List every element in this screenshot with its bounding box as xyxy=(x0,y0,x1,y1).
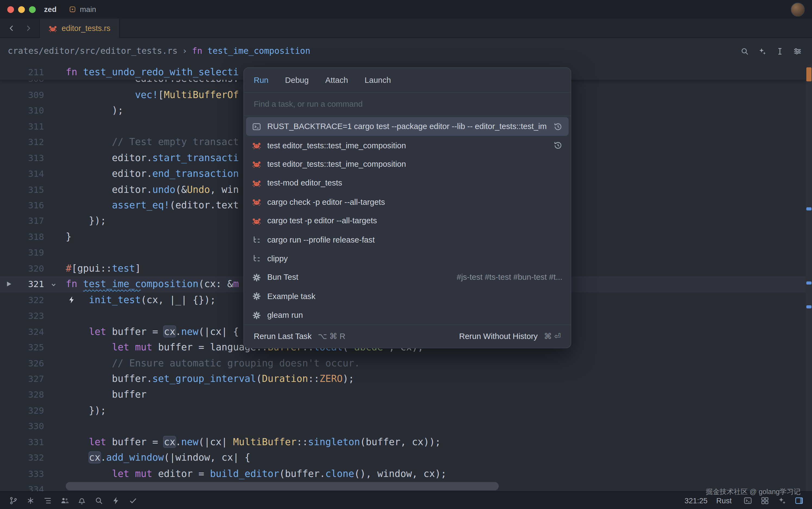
line-number[interactable]: 324 xyxy=(0,324,44,340)
line-number[interactable]: 317 xyxy=(0,213,44,229)
task-item[interactable]: test editor_tests::test_ime_composition xyxy=(246,136,568,155)
line-number[interactable]: 325 xyxy=(0,340,44,355)
gear-icon xyxy=(252,292,261,301)
line-number[interactable]: 211 xyxy=(0,64,44,80)
line-number[interactable]: 326 xyxy=(0,355,44,371)
editor-controls-button[interactable] xyxy=(790,44,804,58)
scrollbar-marker xyxy=(806,207,811,210)
modal-tab-attach[interactable]: Attach xyxy=(325,75,348,85)
task-item[interactable]: cargo check -p editor --all-targets xyxy=(246,193,568,211)
code-line-331[interactable]: 331 let buffer = cx.new(|cx| MultiBuffer… xyxy=(0,434,806,450)
lightning-button[interactable] xyxy=(109,494,123,507)
code-line-326[interactable]: 326 // Ensure automatic grouping doesn't… xyxy=(0,355,806,371)
rerun-without-history-button[interactable]: Rerun Without History⌘ ⏎ xyxy=(459,332,561,341)
rust-crab-icon xyxy=(48,24,57,33)
assistant-button[interactable] xyxy=(755,44,769,58)
minimize-window-button[interactable] xyxy=(18,6,25,13)
git-branch-button[interactable] xyxy=(6,494,21,507)
code-line-332[interactable]: 332 cx.add_window(|window, cx| { xyxy=(0,450,806,466)
rerun-last-task-button[interactable]: Rerun Last Task⌥ ⌘ R xyxy=(254,332,345,341)
code-text: }); xyxy=(66,403,106,418)
line-number[interactable]: 329 xyxy=(0,403,44,418)
task-search-input[interactable]: Find a task, or run a command xyxy=(244,93,571,116)
line-number[interactable]: 309 xyxy=(0,87,44,103)
branch-selector[interactable]: main xyxy=(65,3,101,15)
line-number[interactable]: 321 xyxy=(0,276,44,292)
tab-editor-tests[interactable]: editor_tests.rs xyxy=(39,19,120,38)
modal-tab-launch[interactable]: Launch xyxy=(365,75,391,85)
outline-button[interactable] xyxy=(40,494,54,507)
search-button[interactable] xyxy=(92,494,106,507)
modal-tab-bar: RunDebugAttachLaunch xyxy=(244,68,571,93)
language-selector[interactable]: Rust xyxy=(716,496,732,505)
code-line-327[interactable]: 327 buffer.set_group_interval(Duration::… xyxy=(0,371,806,387)
line-number[interactable]: 318 xyxy=(0,229,44,245)
inline-assist-button[interactable] xyxy=(773,44,787,58)
line-number[interactable]: 316 xyxy=(0,198,44,213)
horizontal-scrollbar[interactable] xyxy=(66,482,499,490)
crab-icon xyxy=(252,141,261,150)
line-number[interactable]: 323 xyxy=(0,308,44,324)
line-number[interactable]: 322 xyxy=(0,292,44,308)
line-number[interactable]: 310 xyxy=(0,103,44,118)
buffer-search-button[interactable] xyxy=(737,44,751,58)
diagnostics-button[interactable] xyxy=(23,494,37,507)
line-number[interactable]: 328 xyxy=(0,387,44,403)
tree-icon xyxy=(252,254,261,263)
code-text: buffer.set_group_interval(Duration::ZERO… xyxy=(66,371,354,387)
code-text: editor.start_transacti xyxy=(66,150,239,166)
task-item[interactable]: clippy xyxy=(246,249,568,268)
cursor-position[interactable]: 321:25 xyxy=(685,496,707,505)
code-line-329[interactable]: 329 }); xyxy=(0,403,806,418)
modal-tab-run[interactable]: Run xyxy=(254,75,268,85)
branch-name: main xyxy=(80,5,96,13)
close-window-button[interactable] xyxy=(7,6,14,13)
bell-button[interactable] xyxy=(75,494,89,507)
code-text: } xyxy=(66,229,71,245)
breadcrumb-separator: › xyxy=(182,46,187,56)
check-button[interactable] xyxy=(126,494,140,507)
git-branch-icon xyxy=(9,496,17,505)
code-line-328[interactable]: 328 buffer xyxy=(0,387,806,403)
task-item[interactable]: cargo run --profile release-fast xyxy=(246,230,568,249)
task-item[interactable]: gleam run xyxy=(246,306,568,325)
forward-button[interactable] xyxy=(21,21,35,35)
task-item[interactable]: Example task xyxy=(246,287,568,306)
fold-chevron-icon[interactable] xyxy=(50,281,57,288)
task-item[interactable]: test editor_tests::test_ime_composition xyxy=(246,155,568,174)
repo-icon xyxy=(69,6,76,13)
line-number[interactable]: 314 xyxy=(0,166,44,182)
line-number[interactable]: 319 xyxy=(0,245,44,261)
line-number[interactable]: 330 xyxy=(0,418,44,434)
task-item[interactable]: test-mod editor_tests xyxy=(246,174,568,193)
vertical-scrollbar[interactable] xyxy=(806,64,812,491)
collab-button[interactable] xyxy=(58,494,72,507)
task-item[interactable]: Bun Test#js-test #ts-test #bun-test #t..… xyxy=(246,268,568,287)
line-number[interactable]: 320 xyxy=(0,261,44,276)
line-number[interactable]: 311 xyxy=(0,119,44,134)
code-text: fn test_undo_redo_with_selecti xyxy=(66,64,239,80)
task-label: Example task xyxy=(267,292,563,301)
task-item[interactable]: RUST_BACKTRACE=1 cargo test --package ed… xyxy=(246,117,568,136)
line-number[interactable]: 332 xyxy=(0,450,44,466)
breadcrumb-path[interactable]: crates/editor/src/editor_tests.rs xyxy=(8,46,178,56)
line-number[interactable]: 333 xyxy=(0,466,44,482)
line-number[interactable]: 331 xyxy=(0,434,44,450)
modal-tab-debug[interactable]: Debug xyxy=(285,75,308,85)
line-number[interactable]: 315 xyxy=(0,182,44,198)
line-number[interactable]: 334 xyxy=(0,482,44,491)
line-number[interactable]: 327 xyxy=(0,371,44,387)
line-number[interactable]: 312 xyxy=(0,134,44,150)
code-line-330[interactable]: 330 xyxy=(0,418,806,434)
code-text: editor.undo(&Undo, win xyxy=(66,182,239,198)
task-item[interactable]: cargo test -p editor --all-targets xyxy=(246,211,568,230)
line-number[interactable]: 313 xyxy=(0,150,44,166)
code-action-lightning-icon[interactable] xyxy=(68,296,76,304)
gear-icon xyxy=(252,311,261,319)
crab-icon xyxy=(252,198,261,206)
code-line-333[interactable]: 333 let mut editor = build_editor(buffer… xyxy=(0,466,806,482)
breadcrumb-symbol[interactable]: fn test_ime_composition xyxy=(192,46,310,56)
avatar[interactable] xyxy=(791,2,805,16)
back-button[interactable] xyxy=(5,21,18,35)
zoom-window-button[interactable] xyxy=(29,6,36,13)
